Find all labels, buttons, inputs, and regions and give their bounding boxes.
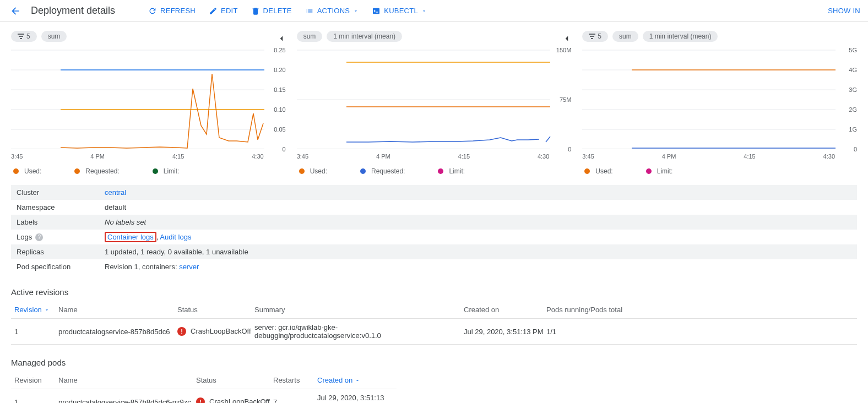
pods-table: Revision Name Status Restarts Created on… (11, 372, 397, 403)
filter-chip[interactable]: 5 (11, 31, 37, 42)
sum-chip[interactable]: sum (612, 31, 638, 42)
cluster-label: Cluster (17, 188, 105, 197)
chevron-up-icon (355, 378, 360, 383)
revision-sort[interactable]: Revision (14, 306, 50, 314)
terminal-icon (372, 7, 381, 15)
chart-panel-memory: sum 1 min interval (mean) 150M 75M 0 3:4… (297, 31, 572, 175)
labels-label: Labels (17, 218, 105, 226)
chevron-down-icon (353, 8, 359, 14)
delete-button[interactable]: DELETE (251, 7, 292, 15)
dot-icon (13, 168, 19, 174)
revisions-table: Revision Name Status Summary Created on … (11, 301, 857, 345)
namespace-label: Namespace (17, 203, 105, 211)
dot-icon (74, 168, 80, 174)
chart-svg (297, 47, 555, 149)
table-row[interactable]: 1 productcatalogservice-857b8d5dc6-pz9zc… (11, 389, 397, 403)
refresh-icon (148, 7, 157, 15)
page-title: Deployment details (31, 5, 115, 17)
kubectl-button[interactable]: KUBECTL (372, 7, 427, 15)
sum-chip[interactable]: sum (297, 31, 323, 42)
podspec-server-link[interactable]: server (179, 263, 199, 271)
actions-button[interactable]: ACTIONS (305, 7, 359, 15)
interval-chip[interactable]: 1 min interval (mean) (327, 31, 402, 42)
dot-icon (360, 168, 366, 174)
dot-icon (438, 168, 443, 174)
namespace-value: default (105, 203, 126, 211)
audit-logs-link[interactable]: Audit logs (160, 233, 191, 241)
edit-button[interactable]: EDIT (209, 7, 238, 15)
pencil-icon (209, 7, 218, 15)
kubectl-label: KUBECTL (384, 7, 418, 15)
dot-icon (153, 168, 158, 174)
dot-icon (299, 168, 305, 174)
dot-icon (646, 168, 652, 174)
cluster-link[interactable]: central (105, 188, 126, 197)
refresh-button[interactable]: REFRESH (148, 7, 196, 15)
delete-label: DELETE (263, 7, 292, 15)
podspec-label: Pod specification (17, 263, 105, 271)
chevron-down-icon (421, 8, 427, 14)
show-in-link[interactable]: SHOW IN (828, 7, 860, 15)
error-icon: ! (177, 327, 186, 336)
refresh-label: REFRESH (160, 7, 196, 15)
logs-label: Logs (17, 233, 32, 241)
charts-row: 5 sum 0.25 0.20 0.15 0.10 0.05 0 (0, 22, 868, 179)
chart-svg (11, 47, 269, 149)
created-sort[interactable]: Created on (317, 376, 360, 384)
managed-pods-title: Managed pods (11, 358, 857, 367)
actions-label: ACTIONS (317, 7, 350, 15)
trash-icon (251, 7, 260, 15)
interval-chip[interactable]: 1 min interval (mean) (643, 31, 718, 42)
chart-panel-cpu: 5 sum 0.25 0.20 0.15 0.10 0.05 0 (11, 31, 286, 175)
replicas-label: Replicas (17, 248, 105, 256)
chevron-down-icon (44, 307, 50, 313)
svg-rect-0 (373, 8, 379, 14)
filter-chip[interactable]: 5 (582, 31, 608, 42)
sum-chip[interactable]: sum (41, 31, 67, 42)
toolbar: REFRESH EDIT DELETE ACTIONS KUBECTL (148, 7, 427, 15)
dot-icon (584, 168, 590, 174)
chevron-left-icon[interactable] (275, 32, 288, 45)
active-revisions-title: Active revisions (11, 287, 857, 297)
chevron-left-icon[interactable] (560, 32, 573, 45)
list-icon (305, 7, 314, 15)
help-icon[interactable]: ? (35, 233, 43, 241)
back-button[interactable] (4, 0, 26, 22)
replicas-value: 1 updated, 1 ready, 0 available, 1 unava… (105, 248, 248, 256)
labels-value: No labels set (105, 218, 146, 226)
edit-label: EDIT (221, 7, 238, 15)
error-icon: ! (196, 397, 205, 403)
header-bar: Deployment details REFRESH EDIT DELETE A… (0, 0, 868, 22)
details-table: Clustercentral Namespacedefault LabelsNo… (11, 185, 857, 274)
container-logs-link[interactable]: Container logs (107, 233, 154, 241)
table-row[interactable]: 1 productcatalogservice-857b8d5dc6 !Cras… (11, 319, 857, 345)
chart-svg (582, 47, 840, 149)
chart-panel-disk: 5 sum 1 min interval (mean) 5G 4G 3G 2G … (582, 31, 857, 175)
